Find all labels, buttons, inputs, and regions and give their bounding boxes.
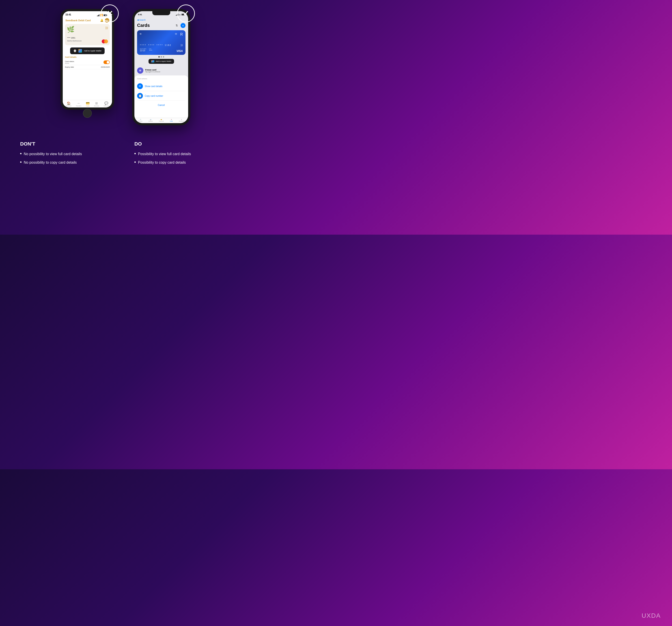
new-time: 9:41	[138, 14, 142, 16]
old-phone-body: 15:41 📶	[61, 9, 114, 110]
nav-transfers-label: Transfers	[76, 105, 81, 106]
nav-contacts[interactable]: 💬 Contacts	[103, 101, 109, 106]
apple-wallet-button-new[interactable]: Add to Apple Wallet	[148, 59, 174, 64]
back-link[interactable]: ◀ Search	[137, 19, 146, 21]
tab-analytics[interactable]: 📊 Analytics	[148, 119, 153, 122]
bullet-dot-3	[135, 153, 136, 154]
expiry-label: Expiry date	[65, 66, 74, 68]
nav-transfers[interactable]: ↔ Transfers	[76, 101, 81, 106]
phones-section: ✕ 15:41 📶	[14, 9, 237, 125]
cancel-button[interactable]: Cancel	[137, 102, 186, 108]
card-status-label: Card status	[65, 60, 74, 62]
freeze-title: Freeze card	[145, 69, 160, 71]
tab-dashboard[interactable]: ⊞ Dashboard	[179, 119, 184, 122]
nav-cards[interactable]: 💳 Cards	[86, 101, 90, 106]
services-icon: ⊞	[95, 101, 98, 105]
phone-notch	[152, 11, 170, 15]
eye-icon-right: 👁	[175, 32, 177, 35]
copy-action-icon: 📋	[137, 93, 143, 99]
do-heading: DO	[135, 141, 231, 147]
cvv-label: CVV	[149, 48, 152, 49]
copy-card-number-label: Copy card number	[145, 95, 163, 97]
freeze-icon[interactable]: ❄	[137, 67, 143, 74]
card-visual: 👁 R 👁 **** **** **** 1192 ))) VALID THRU…	[137, 30, 186, 55]
mastercard-logo	[102, 40, 108, 44]
dont-column: DON'T No possibility to view full card d…	[20, 141, 117, 168]
title-actions: ⇅ +	[174, 23, 186, 28]
card-details-title: Card details	[65, 56, 110, 58]
dont-phone-container: ✕ 15:41 📶	[61, 9, 114, 110]
contacts-icon: 💬	[104, 101, 108, 105]
wallet-icon-new	[151, 60, 154, 62]
dont-text-2: No possibility to copy card details	[24, 160, 77, 165]
wallet-card-icon	[78, 49, 82, 53]
do-phone-container: ✓ 9:41	[132, 9, 190, 125]
old-phone-screen: 15:41 📶	[63, 11, 112, 107]
show-card-details-label: Show card details	[145, 85, 162, 87]
dot-2	[161, 56, 162, 57]
bottom-sheet: Card actions 👁 Show card details 📋 Copy …	[135, 75, 188, 118]
card-icon: 💳	[86, 101, 90, 105]
visa-logo: VISA	[176, 49, 183, 53]
home-button[interactable]	[83, 109, 92, 118]
show-card-details-row[interactable]: 👁 Show card details	[137, 81, 186, 91]
tab-cards[interactable]: 🃏 Cards	[170, 119, 173, 122]
cards-page-title: Cards	[137, 23, 150, 28]
tab-recents[interactable]: 🕐 Recents	[138, 119, 142, 122]
card-details-section: Card details Card status Active Expiry d…	[63, 56, 112, 100]
expiry-value: 20/06/2025	[101, 66, 110, 68]
card-status-toggle[interactable]	[103, 60, 110, 64]
nav-cards-label: Cards	[86, 105, 90, 106]
transfer-icon: ↔	[77, 101, 80, 105]
dont-heading: DON'T	[20, 141, 117, 147]
bullet-dot-4	[135, 161, 136, 163]
valid-thru-value: 12/23	[140, 50, 146, 52]
do-bullet-1: Possibility to view full card details	[135, 151, 231, 157]
dont-text-1: No possibility to view full card details	[24, 151, 82, 157]
bottom-nav-old: 🏠 Overview ↔ Transfers 💳 Cards ⊞	[63, 100, 112, 107]
chip-icon: R	[180, 32, 183, 36]
good-badge-icon: ✓	[183, 9, 189, 18]
apple-wallet-label-old: Add to Apple Wallet	[84, 50, 101, 52]
text-section: DON'T No possibility to view full card d…	[14, 141, 237, 168]
nav-services-label: Services	[94, 105, 99, 106]
dashboard-icon: ⊞	[181, 119, 182, 120]
bullet-dot-1	[20, 153, 22, 154]
good-badge: ✓	[177, 4, 195, 22]
sort-button[interactable]: ⇅	[174, 23, 179, 28]
card-page-dots	[135, 56, 188, 57]
home-icon: 🏠	[67, 101, 71, 105]
freeze-subtitle: Tap again to unfreeze	[145, 71, 160, 73]
nav-overview[interactable]: 🏠 Overview	[66, 101, 71, 106]
bad-badge: ✕	[101, 4, 119, 22]
sheet-title: Card actions	[137, 78, 186, 80]
page-wrapper: ✕ 15:41 📶	[0, 0, 251, 175]
card-holder-name: Martha Marthisonum	[67, 40, 81, 42]
cards-icon: 🃏	[171, 119, 172, 120]
apple-wallet-button-old[interactable]: ⌚ Add to Apple Wallet	[70, 47, 104, 54]
old-card-area: 🌿 ))) **** 1891 Martha Marthisonum	[65, 24, 110, 45]
bad-badge-icon: ✕	[107, 9, 113, 18]
card-display-wrapper: 👁 R 👁 **** **** **** 1192 ))) VALID THRU…	[135, 30, 188, 55]
new-phone-body: 9:41 ▲	[132, 9, 190, 125]
dont-bullet-2: No possibility to copy card details	[20, 160, 117, 165]
valid-thru-label: VALID THRU	[140, 48, 146, 49]
freeze-section: ❄ Freeze card Tap again to unfreeze	[135, 66, 188, 75]
apple-wallet-label-new: Add to Apple Wallet	[156, 60, 171, 62]
dot-1	[159, 56, 160, 57]
analytics-icon: 📊	[150, 119, 151, 120]
nav-services[interactable]: ⊞ Services	[94, 101, 99, 106]
cvv-value: ***	[149, 50, 152, 52]
signal-icon	[97, 14, 99, 16]
do-text-1: Possibility to view full card details	[138, 151, 191, 157]
card-number: **** 1891	[67, 37, 75, 39]
tab-payments[interactable]: 💳 Payments	[159, 119, 164, 122]
old-time: 15:41	[65, 14, 71, 16]
eye-action-icon: 👁	[137, 83, 143, 89]
copy-card-number-row[interactable]: 📋 Copy card number	[137, 91, 186, 101]
nfc-icon-new: )))	[181, 44, 183, 46]
add-card-button[interactable]: +	[181, 23, 186, 28]
watch-icon: ⌚	[73, 49, 77, 52]
eye-icon-left: 👁	[139, 32, 142, 35]
card-status-value: Active	[65, 62, 74, 64]
